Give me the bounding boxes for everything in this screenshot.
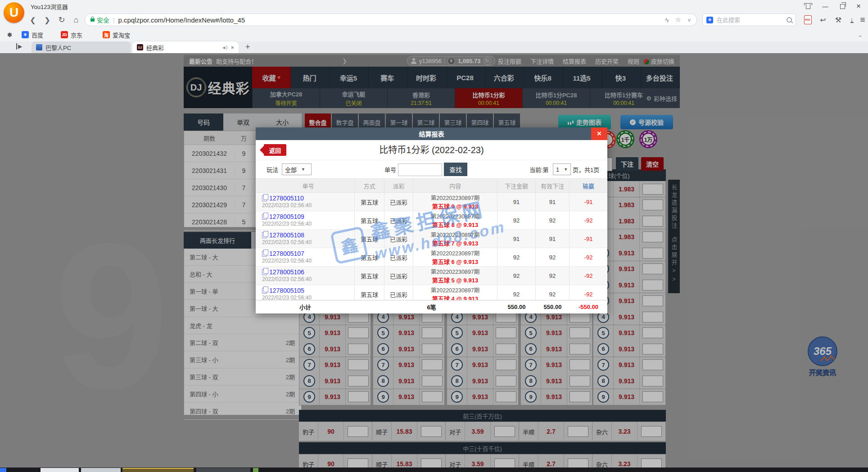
cleaner-button[interactable]: ⚒ [833, 15, 844, 25]
report-row: 1278005107 2022/02/23 02:56:40 第五球 已派彩 第… [256, 248, 607, 267]
taskbar-window[interactable] [122, 468, 194, 472]
method-cell: 第五球 [355, 230, 384, 248]
undo-close-button[interactable]: ↩ [818, 15, 828, 25]
copy-icon[interactable] [262, 232, 267, 238]
minimize-button[interactable]: — [819, 2, 831, 11]
order-link[interactable]: 1278005106 [262, 268, 354, 276]
order-link[interactable]: 1278005105 [262, 287, 354, 294]
taskbar-window[interactable] [41, 468, 79, 472]
os-taskbar [0, 467, 868, 472]
th-win-loss[interactable]: 输赢 [570, 179, 607, 192]
search-report-button[interactable]: 查找 [444, 163, 467, 176]
order-cell: 1278005110 2022/02/23 02:56:40 [256, 193, 355, 211]
play-filter-select[interactable]: 全部 ▼ [282, 163, 312, 175]
back-button-modal[interactable]: 返回 [264, 144, 286, 156]
bet-amount-cell: 92 [497, 211, 536, 229]
copy-icon[interactable] [262, 251, 267, 257]
page-suffix: 页，共1页 [573, 165, 599, 174]
order-filter-label: 单号 [384, 165, 396, 174]
content-cell: 第202202230897期 第五球 8 @ 9.913 [413, 211, 497, 229]
bet-amount-cell: 92 [497, 248, 536, 266]
valid-bet-cell: 91 [536, 230, 570, 248]
tab-audio-icon[interactable]: ◄) [222, 45, 227, 50]
forward-button[interactable]: ❯ [41, 14, 53, 26]
save-pdf-button[interactable]: PDF [802, 15, 813, 25]
copy-icon[interactable] [262, 195, 267, 201]
order-link[interactable]: 1278005107 [262, 250, 354, 257]
order-cell: 1278005106 2022/02/23 02:56:40 [256, 267, 355, 285]
copy-icon[interactable] [262, 269, 267, 275]
pick-line: 第五球 6 @ 9.913 [432, 257, 478, 266]
lock-icon [90, 18, 95, 22]
method-cell: 第五球 [355, 267, 384, 285]
close-window-button[interactable]: × [853, 2, 864, 11]
copy-icon[interactable] [262, 288, 267, 294]
payout-cell: 已派彩 [384, 230, 413, 248]
chevron-down-icon[interactable]: ∨ [687, 17, 691, 23]
method-cell: 第五球 [355, 193, 384, 211]
address-separator: | [113, 17, 114, 23]
page-select[interactable]: 1 ▼ [553, 163, 571, 175]
order-number-input[interactable] [398, 163, 442, 176]
period-line: 第202202230897期 [431, 212, 479, 220]
menu-button[interactable]: ≡ [857, 15, 868, 25]
address-bar[interactable]: 安全 | p.cpqlzpor.com/Home/IndexNew#/lotto… [85, 14, 697, 26]
bookmarks-toggle-icon[interactable]: ⌄ [858, 30, 863, 40]
search-icon[interactable] [787, 17, 792, 23]
pdf-icon: PDF [804, 15, 812, 24]
download-icon: ↓ [850, 17, 854, 23]
modal-close-button[interactable]: × [591, 127, 607, 140]
search-box[interactable]: ❋ [702, 14, 796, 26]
bet-amount-cell: 91 [497, 193, 536, 211]
pick-line: 第五球 8 @ 9.913 [432, 220, 478, 229]
taskbar-window[interactable] [253, 468, 258, 472]
tab-expander-icon[interactable]: ▶ [16, 43, 22, 50]
back-button[interactable]: ❮ [27, 14, 39, 26]
site-page: 9 最新公告 助支持与配合！ ❯ y138956 ¥ 1,085.73 ↻ 投注… [0, 53, 868, 467]
valid-bet-cell: 92 [536, 248, 570, 266]
search-input[interactable] [716, 16, 784, 24]
order-link[interactable]: 1278005109 [262, 213, 354, 220]
subtotal-valid: 550.00 [536, 300, 570, 313]
period-line: 第202202230897期 [431, 267, 479, 276]
filter-row: 玩法 全部 ▼ 单号 查找 当前:第 1 ▼ 页，共1页 [256, 160, 607, 179]
browser-logo-icon[interactable]: U [4, 2, 24, 23]
order-id: 1278005110 [269, 195, 304, 202]
copy-icon[interactable] [262, 214, 267, 220]
period-line: 第202202230897期 [431, 193, 479, 202]
apps-grid-icon[interactable]: ✽ [7, 30, 12, 40]
tab-classic-lottery[interactable]: DJ 经典彩 ◄) × [132, 41, 239, 53]
taskbar-window[interactable] [81, 468, 121, 472]
taskbar-window[interactable] [196, 468, 250, 472]
bookmark-baidu[interactable]: ❋ 百度 [22, 30, 43, 40]
order-link[interactable]: 1278005108 [262, 231, 354, 239]
bookmark-jd[interactable]: JD 京东 [61, 30, 82, 40]
bookmark-taobao[interactable]: 淘 爱淘宝 [103, 30, 130, 40]
reload-button[interactable]: ↻ [56, 14, 68, 26]
restore-button[interactable] [836, 2, 848, 11]
modal-titlebar: 结算报表 × [256, 127, 607, 140]
taskbar-start[interactable] [0, 468, 6, 472]
page-value: 1 [556, 166, 559, 173]
download-button[interactable]: ↓ [846, 15, 857, 25]
home-button[interactable]: ⌂ [70, 14, 82, 26]
th-bet-amount: 下注金额 [497, 179, 536, 192]
tab-close-icon[interactable]: × [231, 44, 234, 51]
payout-cell: 已派彩 [384, 248, 413, 266]
valid-bet-cell: 92 [536, 267, 570, 285]
quick-launch-icon[interactable]: ϟ [665, 16, 669, 24]
order-link[interactable]: 1278005110 [262, 195, 354, 202]
baidu-search-icon: ❋ [706, 17, 713, 23]
order-id: 1278005106 [269, 268, 304, 276]
tab-label: 巴黎人PC [45, 43, 71, 52]
new-tab-button[interactable]: + [245, 42, 250, 52]
content-cell: 第202202230897期 第五球 9 @ 9.913 [413, 193, 497, 211]
skin-theme-button[interactable] [802, 2, 814, 11]
report-row: 1278005106 2022/02/23 02:56:40 第五球 已派彩 第… [256, 267, 607, 285]
bookmark-star-icon[interactable]: ☆ [675, 16, 681, 24]
bookmark-label: 京东 [71, 31, 82, 39]
tab-parisian-pc[interactable]: 巴黎人PC [32, 41, 131, 53]
valid-bet-cell: 92 [536, 211, 570, 229]
order-time: 2022/02/23 02:56:40 [262, 202, 354, 209]
th-order: 单号 [256, 179, 355, 192]
